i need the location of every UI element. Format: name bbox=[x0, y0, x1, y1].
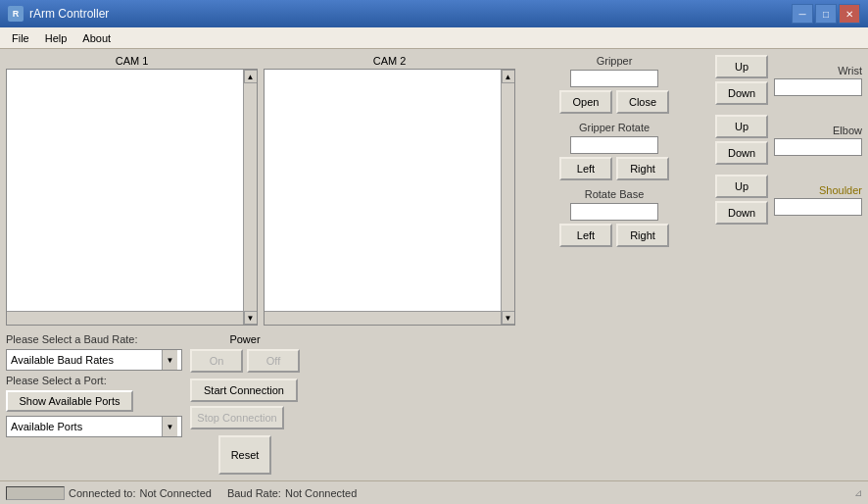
reset-button[interactable]: Reset bbox=[218, 435, 271, 475]
cam1-display: ▲ ▼ bbox=[6, 69, 258, 326]
elbow-label: Elbow bbox=[774, 125, 862, 136]
available-ports-dropdown[interactable]: Available Ports ▼ bbox=[6, 416, 182, 437]
gripper-label: Gripper bbox=[597, 55, 633, 67]
gripper-open-button[interactable]: Open bbox=[559, 90, 612, 114]
gripper-rotate-left-button[interactable]: Left bbox=[559, 157, 612, 180]
gripper-close-button[interactable]: Close bbox=[616, 90, 669, 114]
rotate-base-group: Rotate Base Left Right bbox=[521, 188, 707, 247]
status-indicator bbox=[6, 486, 65, 500]
baud-label: Please Select a Baud Rate: bbox=[6, 333, 182, 345]
maximize-button[interactable]: □ bbox=[815, 4, 837, 24]
gripper-buttons: Open Close bbox=[559, 90, 669, 114]
cam1-scrollbar-v[interactable]: ▲ ▼ bbox=[243, 70, 257, 325]
rotate-base-display bbox=[570, 203, 658, 221]
rotate-base-right-button[interactable]: Right bbox=[616, 224, 669, 247]
menu-help[interactable]: Help bbox=[37, 30, 75, 46]
cam1-box: CAM 1 ▲ ▼ bbox=[6, 55, 258, 326]
baud-rate-dropdown[interactable]: Available Baud Rates ▼ bbox=[6, 349, 182, 371]
rotate-base-buttons: Left Right bbox=[559, 224, 669, 247]
shoulder-label: Shoulder bbox=[774, 184, 862, 196]
gripper-rotate-buttons: Left Right bbox=[559, 157, 669, 180]
baud-rate-value: Available Baud Rates bbox=[11, 354, 162, 366]
power-on-button[interactable]: On bbox=[190, 349, 243, 373]
shoulder-group: Up Down Shoulder bbox=[715, 175, 862, 225]
power-section: Power On Off bbox=[190, 333, 300, 373]
arm-controls: Up Down Wrist Up Down Elbow bbox=[715, 55, 862, 475]
gripper-rotate-group: Gripper Rotate Left Right bbox=[521, 122, 707, 180]
power-label: Power bbox=[229, 333, 260, 345]
cam2-display: ▲ ▼ bbox=[264, 69, 515, 326]
elbow-label-value: Elbow bbox=[774, 125, 862, 156]
menu-about[interactable]: About bbox=[74, 30, 119, 46]
connected-label: Connected to: bbox=[69, 487, 136, 499]
bottom-controls: Please Select a Baud Rate: Available Bau… bbox=[6, 329, 515, 475]
cam2-scrollbar-v[interactable]: ▲ ▼ bbox=[501, 70, 514, 325]
cam1-label: CAM 1 bbox=[116, 55, 149, 67]
wrist-group: Up Down Wrist bbox=[715, 55, 862, 105]
wrist-ud: Up Down bbox=[715, 55, 768, 105]
gripper-group: Gripper Open Close bbox=[521, 55, 707, 114]
close-button[interactable]: ✕ bbox=[839, 4, 860, 24]
cam2-scrollbar-h[interactable] bbox=[265, 311, 501, 325]
connection-section: Start Connection Stop Connection bbox=[190, 378, 300, 429]
cam1-scroll-up[interactable]: ▲ bbox=[244, 70, 258, 83]
rotate-base-label: Rotate Base bbox=[585, 188, 645, 200]
menu-bar: File Help About bbox=[0, 27, 868, 49]
elbow-group: Up Down Elbow bbox=[715, 115, 862, 165]
title-bar: R rArm Controller ─ □ ✕ bbox=[0, 0, 868, 27]
cam-section: CAM 1 ▲ ▼ CAM 2 ▲ ▼ bbox=[6, 55, 515, 326]
shoulder-down-button[interactable]: Down bbox=[715, 201, 768, 225]
show-ports-button[interactable]: Show Available Ports bbox=[6, 390, 133, 412]
shoulder-up-button[interactable]: Up bbox=[715, 175, 768, 198]
app-icon: R bbox=[8, 6, 24, 22]
gripper-rotate-label: Gripper Rotate bbox=[579, 122, 650, 133]
port-section: Please Select a Baud Rate: Available Bau… bbox=[6, 333, 182, 437]
elbow-down-button[interactable]: Down bbox=[715, 141, 768, 165]
rotate-base-left-button[interactable]: Left bbox=[559, 224, 612, 247]
title-bar-buttons: ─ □ ✕ bbox=[792, 4, 860, 24]
connected-value: Not Connected bbox=[140, 487, 212, 499]
baud-rate-arrow: ▼ bbox=[162, 350, 177, 370]
gripper-display bbox=[570, 70, 658, 87]
ports-arrow: ▼ bbox=[162, 417, 177, 436]
baud-status-label: Baud Rate: bbox=[227, 487, 281, 499]
left-panel: CAM 1 ▲ ▼ CAM 2 ▲ ▼ bbox=[6, 55, 515, 475]
resize-corner: ⊿ bbox=[854, 487, 862, 498]
power-off-button[interactable]: Off bbox=[247, 349, 300, 373]
baud-status-value: Not Connected bbox=[285, 487, 357, 499]
elbow-up-button[interactable]: Up bbox=[715, 115, 768, 138]
robot-controls-left: Gripper Open Close Gripper Rotate Left R… bbox=[521, 55, 707, 475]
minimize-button[interactable]: ─ bbox=[792, 4, 813, 24]
right-panel: Gripper Open Close Gripper Rotate Left R… bbox=[521, 55, 862, 475]
port-label: Please Select a Port: bbox=[6, 375, 182, 386]
wrist-up-button[interactable]: Up bbox=[715, 55, 768, 78]
wrist-label: Wrist bbox=[774, 65, 862, 76]
wrist-display bbox=[774, 78, 862, 96]
shoulder-display bbox=[774, 198, 862, 216]
status-bar: Connected to: Not Connected Baud Rate: N… bbox=[0, 480, 868, 504]
gripper-rotate-right-button[interactable]: Right bbox=[616, 157, 669, 180]
wrist-down-button[interactable]: Down bbox=[715, 81, 768, 105]
cam1-scroll-down[interactable]: ▼ bbox=[244, 311, 258, 325]
ports-value: Available Ports bbox=[11, 421, 162, 432]
elbow-display bbox=[774, 138, 862, 156]
cam2-label: CAM 2 bbox=[373, 55, 407, 67]
stop-connection-button[interactable]: Stop Connection bbox=[190, 406, 284, 429]
cam1-scrollbar-h[interactable] bbox=[7, 311, 243, 325]
start-connection-button[interactable]: Start Connection bbox=[190, 378, 298, 402]
power-buttons: On Off bbox=[190, 349, 300, 373]
shoulder-label-value: Shoulder bbox=[774, 184, 862, 216]
shoulder-ud: Up Down bbox=[715, 175, 768, 225]
cam2-scroll-down[interactable]: ▼ bbox=[502, 311, 515, 325]
main-content: CAM 1 ▲ ▼ CAM 2 ▲ ▼ bbox=[0, 49, 868, 480]
cam2-scroll-up[interactable]: ▲ bbox=[502, 70, 515, 83]
gripper-rotate-display bbox=[570, 136, 658, 154]
wrist-label-value: Wrist bbox=[774, 65, 862, 96]
cam2-box: CAM 2 ▲ ▼ bbox=[264, 55, 515, 326]
menu-file[interactable]: File bbox=[4, 30, 37, 46]
elbow-ud: Up Down bbox=[715, 115, 768, 165]
window-title: rArm Controller bbox=[29, 7, 109, 21]
